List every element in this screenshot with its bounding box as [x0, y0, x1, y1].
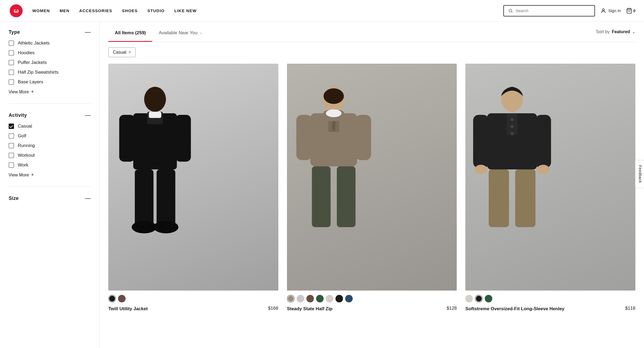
- checkbox-workout[interactable]: [9, 153, 14, 158]
- svg-rect-21: [355, 115, 371, 160]
- product-grid: Twill Utility Jacket $168: [108, 64, 635, 312]
- filter-item-running[interactable]: Running: [9, 143, 91, 148]
- svg-rect-33: [489, 169, 509, 227]
- tab-available-near-you[interactable]: Available Near You ›: [152, 27, 208, 42]
- main-layout: Type — Athletic Jackets Hoodies Puffer J…: [0, 22, 644, 348]
- svg-point-35: [475, 165, 487, 174]
- product-2-info: Steady State Half Zip $128: [287, 306, 457, 312]
- svg-point-4: [144, 87, 166, 112]
- sign-in-button[interactable]: Sign In: [600, 8, 621, 14]
- svg-rect-32: [535, 115, 551, 168]
- color-swatch[interactable]: [335, 295, 343, 302]
- feedback-label: Feedback: [638, 165, 642, 183]
- filter-item-golf[interactable]: Golf: [9, 133, 91, 139]
- nav-women[interactable]: WOMEN: [32, 8, 50, 13]
- nav-like-new[interactable]: LIKE NEW: [174, 8, 197, 13]
- color-swatch[interactable]: [297, 295, 304, 302]
- search-icon: [508, 8, 513, 13]
- filter-tag-casual-label: Casual: [113, 50, 126, 55]
- checkbox-athletic-jackets[interactable]: [9, 40, 14, 46]
- svg-point-15: [324, 88, 344, 104]
- search-box[interactable]: [503, 5, 595, 16]
- checkbox-work[interactable]: [9, 162, 14, 168]
- color-swatch[interactable]: [108, 295, 116, 302]
- nav-accessories[interactable]: ACCESSORIES: [79, 8, 112, 13]
- checkbox-base-layers[interactable]: [9, 79, 14, 85]
- close-icon[interactable]: ×: [129, 50, 131, 55]
- color-swatch[interactable]: [345, 295, 353, 302]
- filter-label-hoodies: Hoodies: [18, 50, 34, 56]
- product-1-colors: [108, 295, 278, 302]
- nav-shoes[interactable]: SHOES: [122, 8, 138, 13]
- checkbox-casual[interactable]: [9, 124, 14, 129]
- filter-item-hoodies[interactable]: Hoodies: [9, 50, 91, 56]
- color-swatch[interactable]: [316, 295, 324, 302]
- plus-icon-2: +: [31, 172, 34, 178]
- checkbox-puffer-jackets[interactable]: [9, 60, 14, 65]
- color-swatch[interactable]: [306, 295, 314, 302]
- nav-men[interactable]: MEN: [60, 8, 70, 13]
- color-swatch[interactable]: [475, 295, 483, 302]
- cart-button[interactable]: 0: [626, 8, 635, 14]
- activity-view-more[interactable]: View More +: [9, 172, 91, 178]
- svg-rect-27: [507, 113, 518, 135]
- tab-all-items-label: All Items (259): [115, 30, 146, 35]
- svg-rect-34: [515, 169, 535, 227]
- main-content: All Items (259) Available Near You › Sor…: [100, 22, 644, 348]
- filter-item-casual[interactable]: Casual: [9, 124, 91, 129]
- color-swatch[interactable]: [326, 295, 333, 302]
- filter-item-half-zip[interactable]: Half Zip Sweatshirts: [9, 70, 91, 75]
- product-card-2[interactable]: Steady State Half Zip $128: [287, 64, 457, 312]
- color-swatch[interactable]: [465, 295, 473, 302]
- color-swatch[interactable]: [287, 295, 295, 302]
- color-swatch[interactable]: [485, 295, 492, 302]
- checkbox-running[interactable]: [9, 143, 14, 148]
- type-filter-section: Type — Athletic Jackets Hoodies Puffer J…: [9, 29, 91, 104]
- tab-available-label: Available Near You: [159, 30, 197, 35]
- activity-filter-header: Activity —: [9, 112, 91, 118]
- plus-icon: +: [31, 89, 34, 95]
- filter-item-puffer-jackets[interactable]: Puffer Jackets: [9, 60, 91, 65]
- filter-tag-casual[interactable]: Casual ×: [108, 47, 136, 57]
- filter-label-half-zip: Half Zip Sweatshirts: [18, 70, 58, 75]
- filter-item-workout[interactable]: Workout: [9, 153, 91, 158]
- size-filter-section: Size —: [9, 195, 91, 215]
- checkbox-half-zip[interactable]: [9, 70, 14, 75]
- checkbox-hoodies[interactable]: [9, 50, 14, 56]
- product-card-3[interactable]: Softstreme Oversized-Fit Long-Sleeve Hen…: [465, 64, 635, 312]
- product-image-1: [108, 64, 278, 291]
- size-filter-collapse[interactable]: —: [85, 195, 91, 201]
- size-filter-title: Size: [9, 196, 19, 201]
- type-filter-collapse[interactable]: —: [85, 29, 91, 35]
- checkbox-golf[interactable]: [9, 133, 14, 139]
- nav-studio[interactable]: STUDIO: [147, 8, 165, 13]
- svg-point-0: [509, 9, 512, 12]
- logo[interactable]: ω: [9, 3, 24, 18]
- svg-rect-7: [119, 115, 135, 162]
- cart-icon: [626, 8, 632, 14]
- sign-in-label: Sign In: [608, 8, 621, 13]
- filter-item-athletic-jackets[interactable]: Athletic Jackets: [9, 40, 91, 46]
- product-3-colors: [465, 295, 635, 302]
- activity-filter-collapse[interactable]: —: [85, 112, 91, 118]
- product-1-price: $168: [268, 306, 278, 311]
- search-input[interactable]: [516, 8, 590, 13]
- svg-point-30: [511, 132, 514, 135]
- filter-label-athletic-jackets: Athletic Jackets: [18, 40, 50, 46]
- tab-all-items[interactable]: All Items (259): [108, 27, 152, 42]
- sort-control[interactable]: Sort by Featured ⌄: [596, 29, 635, 40]
- product-3-info: Softstreme Oversized-Fit Long-Sleeve Hen…: [465, 306, 635, 312]
- type-view-more[interactable]: View More +: [9, 89, 91, 95]
- product-3-price: $118: [625, 306, 635, 311]
- feedback-tab[interactable]: Feedback: [635, 160, 644, 188]
- type-view-more-label: View More: [9, 90, 29, 94]
- svg-point-2: [602, 9, 604, 11]
- product-1-name: Twill Utility Jacket: [108, 306, 148, 312]
- size-filter-header: Size —: [9, 195, 91, 201]
- product-card-1[interactable]: Twill Utility Jacket $168: [108, 64, 278, 312]
- svg-rect-31: [473, 115, 489, 168]
- filter-item-base-layers[interactable]: Base Layers: [9, 79, 91, 85]
- color-swatch[interactable]: [118, 295, 126, 302]
- header-actions: Sign In 0: [503, 5, 636, 16]
- filter-item-work[interactable]: Work: [9, 162, 91, 168]
